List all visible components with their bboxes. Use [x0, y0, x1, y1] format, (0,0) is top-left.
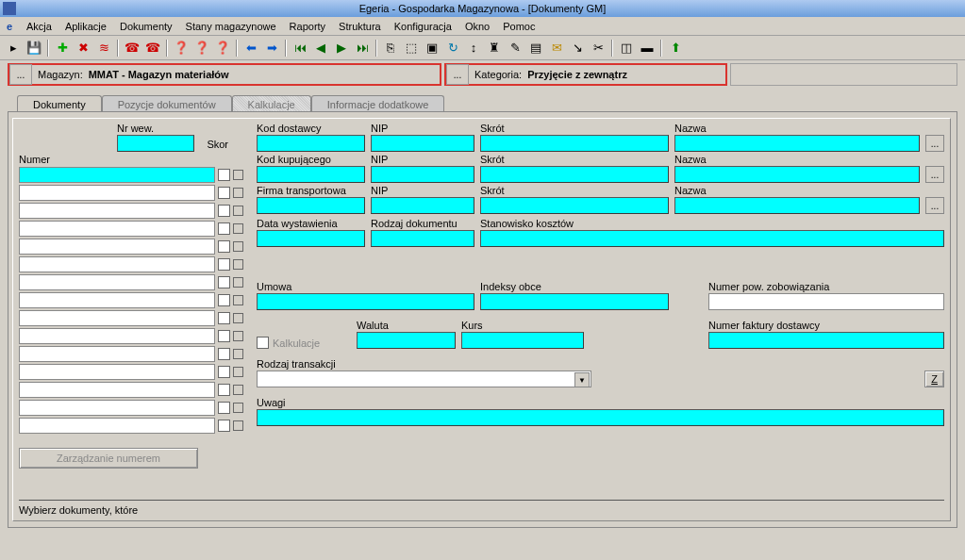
doc-skor-checkbox[interactable] [218, 187, 230, 199]
doc-number-input[interactable] [19, 274, 215, 290]
numer-pow-input[interactable] [708, 293, 944, 310]
nazwa1-input[interactable] [674, 135, 920, 152]
nip3-input[interactable] [371, 197, 474, 214]
doc-skor-checkbox[interactable] [218, 348, 230, 360]
tab-info[interactable]: Informacje dodatkowe [311, 95, 445, 112]
doc-skor-checkbox-0[interactable] [218, 169, 230, 181]
doc-indicator[interactable] [233, 295, 243, 305]
doc-number-input-0[interactable] [19, 167, 215, 183]
zarzadzanie-numerem-button[interactable]: Zarządzanie numerem [19, 448, 198, 469]
doc-indicator[interactable] [233, 277, 243, 288]
doc-indicator[interactable] [233, 188, 243, 198]
doc-indicator[interactable] [233, 367, 243, 377]
chevron-down-icon[interactable]: ▼ [574, 372, 590, 387]
doc-skor-checkbox[interactable] [218, 294, 230, 306]
waluta-input[interactable] [357, 332, 456, 349]
doc-indicator[interactable] [233, 313, 243, 323]
kurs-input[interactable] [461, 332, 584, 349]
umowa-input[interactable] [257, 293, 474, 310]
doc-skor-checkbox[interactable] [218, 222, 230, 235]
nip2-input[interactable] [371, 166, 474, 183]
doc-number-input[interactable] [19, 203, 215, 219]
skrot2-input[interactable] [480, 166, 669, 183]
cut-icon[interactable]: ✂ [589, 39, 607, 58]
kategoria-picker-button[interactable]: ... [446, 64, 469, 85]
nazwa2-input[interactable] [674, 166, 920, 183]
doc-skor-checkbox[interactable] [218, 384, 230, 396]
nip1-input[interactable] [371, 135, 474, 152]
doc-number-input[interactable] [19, 185, 215, 201]
doc-number-input[interactable] [19, 292, 215, 308]
doc-indicator[interactable] [233, 331, 243, 341]
tab-pozycje[interactable]: Pozycje dokumentów [102, 95, 232, 112]
nazwa1-picker-button[interactable]: ... [925, 135, 944, 152]
clear-icon[interactable]: ≋ [94, 39, 113, 58]
phone-icon[interactable]: ☎ [123, 39, 141, 58]
nazwa2-picker-button[interactable]: ... [925, 166, 944, 183]
tree-icon[interactable]: ♜ [485, 39, 504, 58]
last-icon[interactable]: ⏭ [353, 39, 372, 58]
kalkulacje-checkbox[interactable] [257, 337, 269, 349]
numer-faktury-input[interactable] [708, 332, 944, 349]
help2-icon[interactable]: ❓ [192, 39, 211, 58]
doc-icon[interactable]: ▤ [526, 39, 545, 58]
doc-number-input[interactable] [19, 400, 215, 416]
rodzaj-dokumentu-input[interactable] [371, 230, 474, 247]
skrot3-input[interactable] [480, 197, 669, 214]
skrot1-input[interactable] [480, 135, 669, 152]
tool3-icon[interactable]: ▣ [423, 39, 441, 58]
edit-icon[interactable]: ↘ [568, 39, 587, 58]
tab-dokumenty[interactable]: Dokumenty [17, 95, 102, 112]
menu-okno[interactable]: Okno [458, 19, 496, 34]
doc-indicator[interactable] [233, 206, 243, 216]
box2-icon[interactable]: ▬ [638, 39, 657, 58]
menu-akcja[interactable]: Akcja [20, 19, 58, 34]
tool2-icon[interactable]: ⬚ [402, 39, 421, 58]
expand-icon[interactable]: ▸ [4, 39, 23, 58]
magazyn-picker-button[interactable]: ... [9, 64, 32, 85]
first-icon[interactable]: ⏮ [291, 39, 309, 58]
doc-number-input[interactable] [19, 328, 215, 344]
nrwew-input[interactable] [117, 135, 194, 152]
doc-skor-checkbox[interactable] [218, 240, 230, 253]
mail-icon[interactable]: ✉ [547, 39, 566, 58]
doc-number-input[interactable] [19, 239, 215, 255]
doc-skor-checkbox[interactable] [218, 312, 230, 324]
doc-skor-checkbox[interactable] [218, 330, 230, 342]
help3-icon[interactable]: ❓ [213, 39, 232, 58]
doc-skor-checkbox[interactable] [218, 420, 230, 432]
kod-dostawcy-input[interactable] [257, 135, 365, 152]
exit-icon[interactable]: ⬆ [666, 39, 685, 58]
add-icon[interactable]: ✚ [53, 39, 72, 58]
uwagi-input[interactable] [257, 409, 944, 426]
refresh-icon[interactable]: ↻ [443, 39, 462, 58]
menu-raporty[interactable]: Raporty [283, 19, 333, 34]
doc-indicator[interactable] [233, 385, 243, 395]
doc-indicator[interactable] [233, 420, 243, 431]
stanowisko-kosztow-input[interactable] [480, 230, 944, 247]
doc-indicator-0[interactable] [233, 170, 243, 180]
doc-number-input[interactable] [19, 346, 215, 362]
phone2-icon[interactable]: ☎ [143, 39, 162, 58]
z-button[interactable]: Z [924, 371, 944, 387]
data-wystawienia-input[interactable] [257, 230, 365, 247]
doc-number-input[interactable] [19, 310, 215, 326]
indeksy-obce-input[interactable] [480, 293, 669, 310]
save-icon[interactable]: 💾 [25, 39, 43, 58]
tab-kalkulacje[interactable]: Kalkulacje [232, 95, 311, 112]
doc-number-input[interactable] [19, 256, 215, 272]
menu-konfiguracja[interactable]: Konfiguracja [388, 19, 458, 34]
doc-indicator[interactable] [233, 403, 243, 413]
doc-skor-checkbox[interactable] [218, 366, 230, 378]
doc-indicator[interactable] [233, 241, 243, 252]
tool1-icon[interactable]: ⎘ [381, 39, 400, 58]
box1-icon[interactable]: ◫ [617, 39, 636, 58]
updown-icon[interactable]: ↕ [464, 39, 483, 58]
nav-left-icon[interactable]: ⬅ [241, 39, 260, 58]
doc-number-input[interactable] [19, 382, 215, 398]
doc-skor-checkbox[interactable] [218, 402, 230, 414]
doc-skor-checkbox[interactable] [218, 258, 230, 271]
doc-indicator[interactable] [233, 223, 243, 234]
nav-right-icon[interactable]: ➡ [262, 39, 281, 58]
nazwa3-picker-button[interactable]: ... [925, 197, 944, 214]
